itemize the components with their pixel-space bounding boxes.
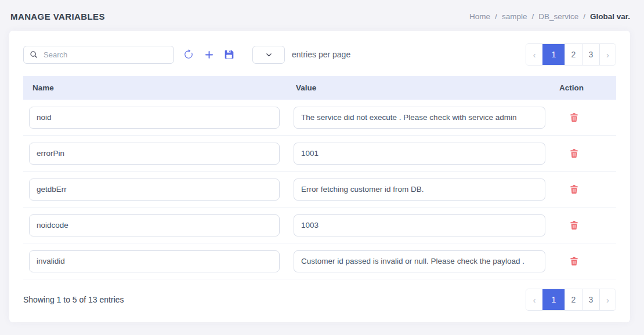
pagination-bottom: ‹ 1 2 3 › xyxy=(526,289,616,311)
save-icon[interactable] xyxy=(223,49,235,60)
table-row xyxy=(23,136,616,172)
delete-button[interactable] xyxy=(567,255,580,268)
value-input[interactable] xyxy=(294,179,545,201)
showing-entries-text: Showing 1 to 5 of 13 entries xyxy=(23,295,124,304)
variables-table: Name Value Action xyxy=(23,76,616,279)
pagination-next-button[interactable]: › xyxy=(599,44,616,65)
trash-icon xyxy=(569,184,579,194)
pagination-page-1[interactable]: 1 xyxy=(542,289,565,310)
breadcrumb-separator: / xyxy=(495,12,497,21)
add-icon[interactable] xyxy=(203,49,215,60)
trash-icon xyxy=(569,220,579,230)
page-title: MANAGE VARIABLES xyxy=(10,12,105,21)
breadcrumb-current: Global var. xyxy=(590,12,630,21)
trash-icon xyxy=(569,112,579,122)
pagination-page-1[interactable]: 1 xyxy=(542,44,565,65)
pagination-page-2[interactable]: 2 xyxy=(565,289,582,310)
name-input[interactable] xyxy=(29,107,280,129)
delete-button[interactable] xyxy=(567,111,580,124)
delete-button[interactable] xyxy=(567,183,580,196)
entries-per-page-label: entries per page xyxy=(292,50,350,59)
breadcrumb-separator: / xyxy=(583,12,585,21)
delete-button[interactable] xyxy=(567,147,580,160)
pagination-page-3[interactable]: 3 xyxy=(582,289,599,310)
pagination-prev-button[interactable]: ‹ xyxy=(526,289,542,310)
breadcrumb-home[interactable]: Home xyxy=(469,12,490,21)
breadcrumb-separator: / xyxy=(531,12,534,21)
column-header-value: Value xyxy=(294,83,559,92)
name-input[interactable] xyxy=(29,250,280,272)
table-header: Name Value Action xyxy=(23,76,616,100)
pagination-prev-button[interactable]: ‹ xyxy=(526,44,542,65)
search-box xyxy=(23,46,174,64)
top-bar: MANAGE VARIABLES Home / sample / DB_serv… xyxy=(0,0,644,31)
toolbar: entries per page ‹ 1 2 3 › xyxy=(23,43,616,65)
value-input[interactable] xyxy=(294,143,545,165)
refresh-icon[interactable] xyxy=(183,49,194,60)
column-header-action: Action xyxy=(559,83,616,92)
breadcrumb-db-service[interactable]: DB_service xyxy=(538,12,578,21)
name-input[interactable] xyxy=(29,179,280,201)
trash-icon xyxy=(569,256,579,266)
entries-per-page-select[interactable] xyxy=(252,46,285,64)
column-header-name: Name xyxy=(23,83,294,92)
breadcrumb: Home / sample / DB_service / Global var. xyxy=(469,12,630,21)
chevron-down-icon xyxy=(265,51,273,59)
trash-icon xyxy=(569,148,579,158)
value-input[interactable] xyxy=(294,107,545,129)
pagination-page-3[interactable]: 3 xyxy=(582,44,599,65)
variables-card: entries per page ‹ 1 2 3 › Name Value Ac… xyxy=(9,31,630,322)
pagination-next-button[interactable]: › xyxy=(599,289,616,310)
table-row xyxy=(23,100,616,136)
table-row xyxy=(23,172,616,207)
table-row xyxy=(23,243,616,279)
breadcrumb-sample[interactable]: sample xyxy=(502,12,527,21)
delete-button[interactable] xyxy=(567,219,580,232)
name-input[interactable] xyxy=(29,143,280,165)
value-input[interactable] xyxy=(294,214,545,236)
pagination-page-2[interactable]: 2 xyxy=(565,44,582,65)
table-row xyxy=(23,207,616,243)
name-input[interactable] xyxy=(29,214,280,236)
value-input[interactable] xyxy=(294,250,545,272)
search-icon xyxy=(30,50,38,59)
pagination-top: ‹ 1 2 3 › xyxy=(526,43,616,65)
search-input[interactable] xyxy=(44,50,168,59)
table-footer: Showing 1 to 5 of 13 entries ‹ 1 2 3 › xyxy=(23,279,616,311)
